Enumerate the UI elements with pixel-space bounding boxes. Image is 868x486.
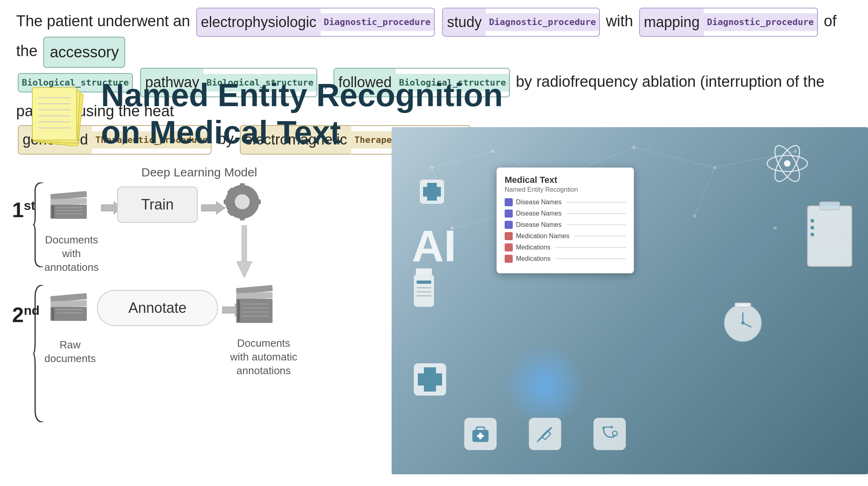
- svg-line-58: [432, 151, 493, 168]
- ner-card-title: Medical Text: [505, 175, 626, 185]
- svg-rect-88: [735, 303, 751, 307]
- medical-bag-icon: [464, 418, 497, 450]
- right-ai-panel: AI Medical Text Named Entity Recogntion: [392, 127, 868, 474]
- svg-point-108: [610, 426, 613, 428]
- step-1-label: 1st: [12, 198, 35, 222]
- svg-point-68: [784, 160, 790, 167]
- svg-rect-79: [414, 274, 434, 307]
- svg-rect-33: [50, 307, 87, 321]
- ner-card-item-6: Medications: [505, 255, 626, 263]
- item-line-2: [566, 213, 626, 214]
- tag-word: electrophysiologic: [197, 8, 321, 36]
- disease-icon-2: [505, 209, 513, 218]
- tag-mapping: mapping Diagnostic_procedure: [639, 8, 818, 37]
- plain-text-1: The patient underwent an: [16, 13, 195, 29]
- glow-effect: [505, 345, 585, 426]
- plain-text-2: with: [606, 13, 637, 29]
- tag-word: study: [443, 8, 486, 36]
- syringe-icon: [529, 418, 561, 450]
- item-label-3: Disease Names: [516, 221, 562, 228]
- item-line-3: [566, 224, 626, 225]
- medical-cross-icon-2: [412, 361, 448, 399]
- item-label-1: Disease Names: [516, 199, 562, 206]
- books-1-label: Documentswithannotations: [44, 233, 99, 274]
- svg-rect-42: [237, 300, 240, 322]
- svg-line-102: [539, 428, 551, 440]
- medical-cross-icon-1: [416, 176, 448, 209]
- tag-label: Diagnostic_procedure: [321, 13, 434, 31]
- med-icon-4: [505, 232, 513, 240]
- svg-rect-2: [32, 88, 77, 140]
- svg-rect-23: [224, 199, 230, 204]
- svg-rect-77: [418, 373, 442, 385]
- svg-rect-40: [236, 292, 273, 299]
- item-label-2: Disease Names: [516, 210, 562, 217]
- clock-icon: [719, 297, 767, 347]
- auto-annotated-books-icon: [234, 285, 283, 333]
- tag-label: Diagnostic_procedure: [704, 13, 817, 31]
- svg-point-29: [234, 194, 250, 210]
- svg-rect-90: [820, 202, 840, 210]
- svg-rect-22: [240, 214, 245, 220]
- raw-books-icon: [48, 285, 97, 333]
- arrow-2-icon: [201, 200, 225, 216]
- clipboard-icon: [803, 200, 856, 270]
- main-title-line1: Named Entity Recognition: [101, 77, 503, 114]
- med-icon-5: [505, 243, 513, 251]
- stethoscope-icon: [593, 418, 626, 450]
- svg-line-67: [694, 168, 715, 216]
- ner-card-item-2: Disease Names: [505, 209, 626, 218]
- down-arrow-icon: [235, 225, 254, 278]
- svg-rect-10: [50, 198, 87, 205]
- ner-card-subtitle: Named Entity Recogntion: [505, 186, 626, 193]
- atom-icon: [763, 139, 811, 189]
- notebook-icon: [24, 82, 89, 146]
- workflow-diagram: Deep Learning Model 1st Documentswithann…: [8, 165, 371, 472]
- annotate-box: Annotate: [97, 290, 218, 326]
- svg-rect-101: [477, 435, 484, 437]
- disease-icon-3: [505, 221, 513, 229]
- svg-rect-32: [50, 300, 87, 307]
- item-line-1: [566, 202, 626, 203]
- item-label-4: Medication Names: [516, 233, 570, 240]
- medicine-bottle-icon: [408, 268, 440, 314]
- svg-marker-30: [237, 225, 252, 278]
- svg-rect-97: [811, 233, 814, 236]
- svg-rect-74: [423, 187, 441, 197]
- item-label-5: Medications: [516, 244, 550, 251]
- svg-rect-24: [254, 199, 261, 204]
- tag-study: study Diagnostic_procedure: [442, 8, 600, 37]
- ner-card-item-4: Medication Names: [505, 232, 626, 240]
- books-2-label: Rawdocuments: [44, 338, 96, 366]
- annotated-books-icon: [48, 182, 97, 231]
- brace-2-icon: [33, 285, 45, 422]
- ner-card-item-3: Disease Names: [505, 221, 626, 229]
- ai-label: AI: [412, 220, 456, 271]
- svg-point-107: [602, 427, 605, 429]
- item-line-5: [555, 247, 626, 248]
- svg-point-57: [774, 226, 777, 230]
- svg-rect-80: [417, 281, 431, 284]
- svg-rect-41: [236, 299, 273, 323]
- svg-point-87: [741, 321, 744, 325]
- ner-card-item-1: Disease Names: [505, 198, 626, 206]
- svg-line-61: [634, 147, 715, 168]
- svg-rect-21: [240, 183, 245, 190]
- svg-rect-96: [811, 226, 814, 229]
- tag-accessory: accessory: [43, 37, 125, 67]
- gear-icon: [222, 182, 262, 224]
- item-line-6: [555, 258, 626, 259]
- svg-rect-103: [542, 431, 551, 440]
- disease-icon-1: [505, 198, 513, 206]
- svg-marker-17: [201, 201, 225, 214]
- ner-card: Medical Text Named Entity Recogntion Dis…: [497, 168, 634, 273]
- books-3-label: Documentswith automaticannotations: [230, 337, 297, 377]
- item-line-4: [574, 236, 626, 237]
- ner-card-item-5: Medications: [505, 243, 626, 251]
- svg-rect-12: [52, 206, 54, 218]
- bottom-icons: [464, 418, 626, 450]
- svg-rect-78: [416, 268, 432, 274]
- train-box: Train: [117, 186, 198, 223]
- tag-label: Diagnostic_procedure: [486, 13, 599, 31]
- brace-1-icon: [33, 182, 45, 267]
